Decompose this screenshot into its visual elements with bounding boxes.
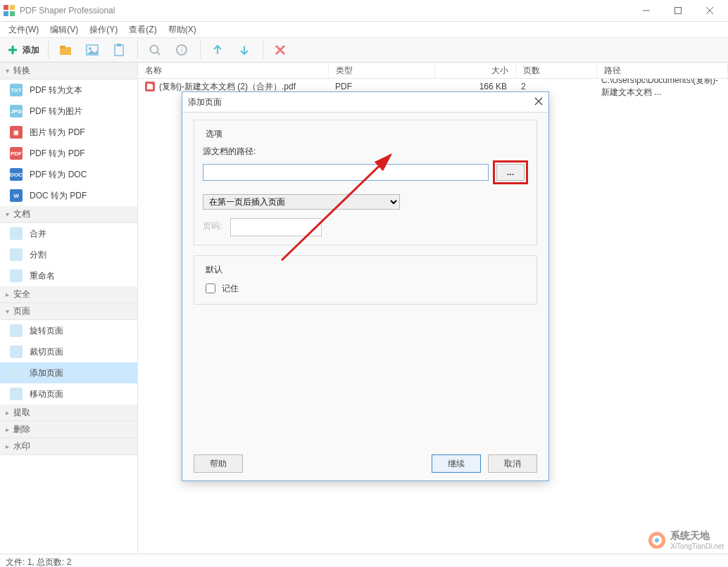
watermark-url: XiTongTianDi.net bbox=[670, 542, 724, 550]
watermark-brand: 系统天地 bbox=[670, 530, 724, 542]
defaults-group: 默认 记住 bbox=[194, 255, 537, 305]
svg-point-27 bbox=[655, 538, 659, 542]
continue-button[interactable]: 继续 bbox=[432, 454, 481, 473]
dialog-title-bar: 添加页面 bbox=[182, 92, 548, 113]
page-number-label: 页码: bbox=[203, 220, 222, 232]
remember-checkbox-row[interactable]: 记住 bbox=[203, 281, 528, 295]
source-path-input[interactable] bbox=[203, 164, 489, 181]
page-number-input bbox=[230, 218, 322, 236]
watermark-logo-icon bbox=[648, 531, 666, 549]
options-group: 选项 源文档的路径: ... 在第一页后插入页面 页码: bbox=[194, 120, 537, 246]
dialog-body: 选项 源文档的路径: ... 在第一页后插入页面 页码: 默认 bbox=[182, 113, 548, 481]
remember-checkbox[interactable] bbox=[206, 284, 215, 293]
dialog-close-button[interactable] bbox=[534, 97, 543, 108]
watermark: 系统天地 XiTongTianDi.net bbox=[648, 530, 724, 550]
cancel-button[interactable]: 取消 bbox=[488, 454, 537, 473]
modal-overlay: 添加页面 选项 源文档的路径: ... 在第一页后插入页面 页码: bbox=[0, 0, 728, 567]
browse-highlight: ... bbox=[493, 160, 528, 184]
help-button[interactable]: 帮助 bbox=[194, 454, 243, 473]
browse-button[interactable]: ... bbox=[496, 164, 525, 181]
source-path-label: 源文档的路径: bbox=[203, 146, 528, 158]
dialog-button-row: 帮助 继续 取消 bbox=[194, 454, 537, 473]
insert-mode-select[interactable]: 在第一页后插入页面 bbox=[203, 194, 400, 210]
dialog-title: 添加页面 bbox=[188, 96, 222, 108]
add-page-dialog: 添加页面 选项 源文档的路径: ... 在第一页后插入页面 页码: bbox=[182, 91, 549, 481]
defaults-group-label: 默认 bbox=[203, 264, 225, 276]
options-group-label: 选项 bbox=[203, 128, 225, 140]
remember-label: 记住 bbox=[222, 283, 239, 295]
